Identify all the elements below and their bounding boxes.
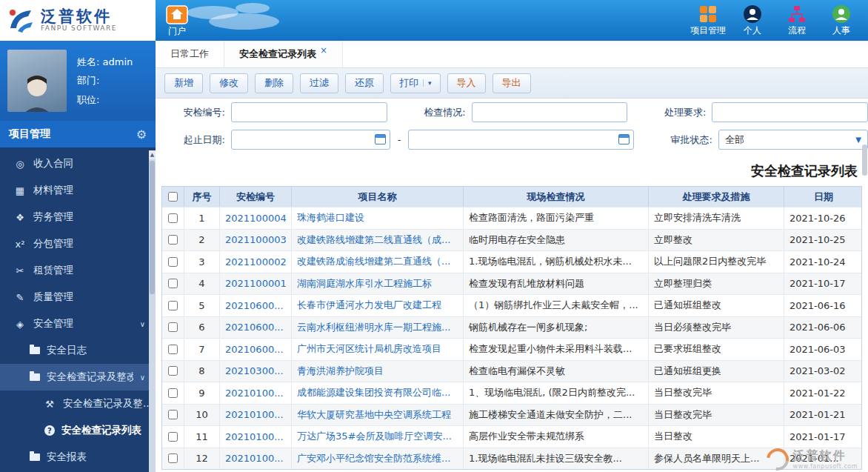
project-name-link[interactable]: 华软大厦研究基地中央空调系统工程	[297, 408, 451, 422]
nav-project-management[interactable]: 项目管理	[686, 0, 730, 41]
project-name-link[interactable]: 珠海鹤港口建设	[297, 211, 364, 225]
row-checkbox[interactable]	[168, 366, 178, 376]
handling-requirement-cell: 立即整改	[649, 230, 784, 251]
print-button[interactable]: 打印▾	[390, 73, 441, 93]
header-nav: 项目管理 个人 流程 人事	[686, 0, 868, 41]
select-all-checkbox[interactable]	[168, 192, 178, 202]
nav-personal[interactable]: 个人	[730, 0, 775, 41]
sidebar-item[interactable]: ▦材料管理	[0, 177, 156, 204]
inspection-code-link[interactable]: 2021100004	[225, 213, 286, 224]
export-button[interactable]: 导出	[493, 73, 531, 93]
row-number: 3	[184, 251, 220, 273]
project-name-link[interactable]: 改建铁路成渝线增建第二直通线（...	[297, 255, 450, 268]
sidebar-item[interactable]: 安全日志	[0, 337, 156, 364]
sidebar-item[interactable]: ?安全检查记录列表	[0, 417, 156, 444]
sidebar-item[interactable]: ❖劳务管理	[0, 204, 156, 230]
sidebar-item[interactable]: x²分包管理	[0, 230, 156, 257]
approval-status-label: 审批状态:	[652, 133, 712, 147]
inspection-code-link[interactable]: 20210100...	[225, 431, 284, 442]
project-name-link[interactable]: 青海洪湖养护院项目	[297, 365, 384, 378]
inspection-code-link[interactable]: 20210600...	[225, 344, 284, 355]
lease-icon: ✂	[13, 265, 27, 276]
delete-button[interactable]: 删除	[255, 73, 293, 93]
requirement-input[interactable]	[712, 102, 868, 122]
project-name-link[interactable]: 湖南洞庭湖水库引水工程施工标	[297, 277, 432, 290]
nav-hr[interactable]: 人事	[819, 0, 864, 41]
sidebar-item[interactable]: ◈安全管理∨	[0, 310, 156, 337]
table-row: 22021100003改建铁路线增建第二线直通线（成...临时用电存在安全隐患立…	[162, 229, 861, 251]
sidebar-item[interactable]: 安全报表	[0, 444, 156, 471]
row-checkbox[interactable]	[168, 213, 178, 223]
inspection-code-link[interactable]: 20210100...	[225, 409, 284, 420]
calendar-icon[interactable]	[375, 134, 386, 144]
inspection-code-input[interactable]	[231, 102, 387, 122]
site-situation-cell: 高层作业安全带未规范绑系	[464, 426, 649, 448]
sidebar-section-project-management[interactable]: 项目管理 ⚙	[0, 121, 156, 147]
edit-button[interactable]: 修改	[210, 73, 248, 93]
end-date-input[interactable]	[408, 130, 634, 150]
subcontract-icon: x²	[13, 239, 27, 250]
inspection-code-link[interactable]: 2021100003	[225, 234, 286, 245]
project-name-link[interactable]: 万达广场35#会所及咖啡厅空调安...	[297, 430, 452, 443]
row-checkbox[interactable]	[168, 453, 178, 463]
tab-daily-work[interactable]: 日常工作	[156, 41, 224, 67]
sidebar-item-label: 安全检查记录及整...	[63, 397, 153, 410]
logo-title: 泛普软件	[41, 8, 117, 25]
main-scrollbar[interactable]	[862, 144, 867, 176]
row-checkbox[interactable]	[168, 322, 178, 332]
sidebar-item-label: 质量管理	[33, 290, 73, 304]
nav-workflow[interactable]: 流程	[775, 0, 819, 41]
inspection-date-cell: 2021-10-24	[784, 251, 863, 273]
gear-icon[interactable]: ⚙	[136, 127, 147, 142]
fanpu-logo-icon	[6, 6, 36, 36]
calendar-icon[interactable]	[618, 134, 630, 144]
project-name-link[interactable]: 广安邓小平纪念馆安全防范系统维...	[297, 452, 450, 465]
portal-tab[interactable]: 门户	[156, 0, 198, 41]
sidebar-scrollbar[interactable]: ▲	[149, 150, 156, 472]
sidebar-item-label: 劳务管理	[33, 210, 73, 224]
row-checkbox[interactable]	[168, 301, 178, 310]
filter-button[interactable]: 过滤	[300, 73, 338, 93]
inspection-code-link[interactable]: 2021100002	[225, 256, 286, 267]
inspection-code-link[interactable]: 2021100001	[225, 278, 286, 289]
project-name-link[interactable]: 成都能源建设集团投资有限公司临...	[297, 386, 450, 399]
sidebar-item[interactable]: ◎收入合同	[0, 150, 156, 177]
import-button[interactable]: 导入	[447, 73, 486, 93]
sidebar-item[interactable]: ⚒安全检查记录及整...	[0, 390, 156, 417]
row-checkbox[interactable]	[168, 279, 178, 288]
cloud-decoration	[236, 3, 270, 13]
start-date-input[interactable]	[231, 130, 390, 150]
row-checkbox[interactable]	[168, 257, 178, 267]
scroll-up-icon[interactable]: ▲	[149, 150, 156, 159]
row-checkbox[interactable]	[168, 345, 178, 354]
column-header-code: 安检编号	[220, 187, 292, 207]
sidebar-item[interactable]: ✎质量管理	[0, 284, 156, 310]
project-name-link[interactable]: 长春市伊通河水力发电厂改建工程	[297, 299, 441, 312]
inspection-code-link[interactable]: 20210300...	[225, 365, 284, 376]
inspection-code-link[interactable]: 20210100...	[225, 453, 284, 464]
tab-safety-inspection-list[interactable]: 安全检查记录列表 ×	[224, 41, 343, 67]
row-checkbox[interactable]	[168, 388, 178, 398]
row-checkbox[interactable]	[168, 432, 178, 442]
handling-requirement-cell: 当日整改完毕	[649, 382, 784, 404]
approval-status-select[interactable]: 全部 ▼	[718, 130, 868, 150]
row-checkbox[interactable]	[168, 235, 178, 245]
row-checkbox[interactable]	[168, 410, 178, 419]
inspection-code-link[interactable]: 20210600...	[225, 322, 284, 333]
project-name-link[interactable]: 广州市天河区统计局机房改造项目	[297, 342, 441, 356]
sidebar-item-label: 安全日志	[47, 344, 87, 357]
inspection-code-link[interactable]: 20210600...	[225, 300, 284, 311]
row-number: 10	[184, 405, 220, 426]
scrollbar-thumb[interactable]	[150, 161, 155, 294]
project-name-link[interactable]: 云南水利枢纽潜明水库一期工程施...	[297, 321, 450, 334]
project-name-link[interactable]: 改建铁路线增建第二线直通线（成...	[297, 233, 450, 247]
inspection-date-cell: 2021-06-16	[784, 295, 863, 316]
sidebar-item[interactable]: ✂租赁管理	[0, 257, 156, 284]
restore-button[interactable]: 还原	[345, 73, 384, 93]
add-button[interactable]: 新增	[164, 73, 203, 93]
site-situation-cell: 检查发现有乱堆放材料问题	[464, 273, 649, 295]
situation-input[interactable]	[472, 102, 628, 122]
sidebar-item[interactable]: 安全检查记录及整改∨	[0, 364, 156, 390]
close-icon[interactable]: ×	[320, 45, 327, 56]
inspection-code-link[interactable]: 20210100...	[225, 388, 284, 399]
